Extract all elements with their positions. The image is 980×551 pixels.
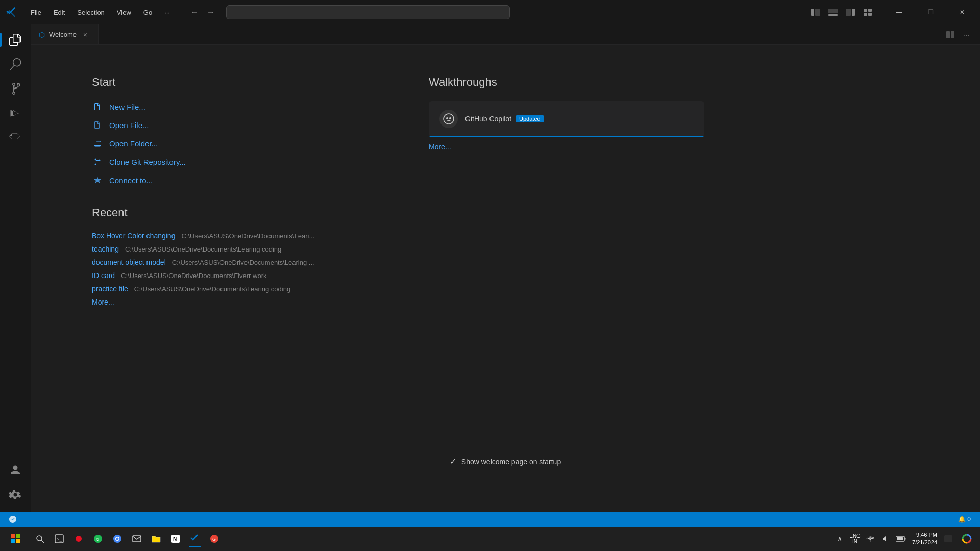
menu-view[interactable]: View	[112, 7, 136, 18]
taskbar: >_ ♫ N G ∧ ENGIN	[0, 527, 980, 551]
open-file-label: Open File...	[109, 121, 149, 130]
open-file-item[interactable]: Open File...	[92, 119, 368, 131]
taskbar-chrome[interactable]	[108, 530, 127, 548]
copilot-avatar	[439, 110, 458, 128]
svg-rect-6	[864, 9, 867, 12]
status-remote[interactable]	[6, 516, 19, 523]
notification-area[interactable]	[941, 532, 955, 546]
clone-git-item[interactable]: Clone Git Repository...	[92, 156, 368, 167]
activity-search[interactable]	[4, 53, 27, 76]
tray-battery[interactable]	[894, 532, 908, 546]
clone-git-icon	[92, 156, 103, 167]
activity-bar	[0, 24, 31, 512]
svg-rect-8	[864, 13, 867, 16]
welcome-page: Start New File... Open File...	[31, 45, 980, 512]
back-button[interactable]: ←	[187, 5, 202, 19]
startup-checkbox-label: Show welcome page on startup	[461, 458, 561, 466]
activity-source-control[interactable]	[4, 78, 27, 100]
taskbar-search[interactable]	[31, 530, 49, 548]
connect-to-item[interactable]: Connect to...	[92, 174, 368, 186]
taskbar-terminal[interactable]: >_	[50, 530, 68, 548]
svg-text:♫: ♫	[95, 537, 99, 542]
status-bar: 🔔 0	[0, 512, 980, 527]
activity-explorer[interactable]	[4, 29, 27, 51]
svg-rect-4	[846, 9, 851, 16]
tab-bar: ⬡ Welcome × ···	[31, 24, 980, 45]
tab-welcome-label: Welcome	[49, 31, 77, 38]
activity-extensions[interactable]	[4, 127, 27, 149]
activity-run[interactable]	[4, 102, 27, 124]
startup-checkbox-icon[interactable]: ✓	[450, 457, 456, 466]
recent-path-2: C:\Users\ASUS\OneDrive\Documents\Learing…	[172, 259, 314, 266]
layout-toggle-grid[interactable]	[861, 5, 875, 19]
layout-toggle-right[interactable]	[843, 5, 857, 19]
start-button[interactable]	[6, 530, 24, 548]
tray-volume[interactable]	[878, 532, 893, 546]
recent-item-0[interactable]: Box Hover Color changing C:\Users\ASUS\O…	[92, 232, 368, 240]
svg-rect-7	[868, 9, 872, 12]
tab-bar-actions: ···	[943, 28, 980, 42]
taskbar-notion[interactable]: N	[166, 530, 185, 548]
github-copilot-card[interactable]: GitHub Copilot Updated	[429, 101, 704, 137]
tray-eng[interactable]: ENGIN	[848, 532, 862, 546]
svg-point-15	[444, 114, 454, 124]
svg-rect-19	[16, 534, 20, 538]
taskbar-explorer[interactable]	[147, 530, 165, 548]
menu-go[interactable]: Go	[138, 7, 157, 18]
welcome-content: Start New File... Open File...	[92, 76, 704, 306]
tab-welcome[interactable]: ⬡ Welcome ×	[31, 24, 99, 44]
tray-colorful[interactable]	[960, 532, 974, 546]
recent-more-link[interactable]: More...	[92, 298, 368, 306]
activity-settings[interactable]	[4, 484, 27, 506]
recent-item-4[interactable]: practice file C:\Users\ASUS\OneDrive\Doc…	[92, 285, 368, 293]
nav-buttons: ← →	[187, 5, 218, 19]
walkthroughs-more-link[interactable]: More...	[429, 143, 704, 151]
new-file-item[interactable]: New File...	[92, 101, 368, 112]
svg-rect-5	[852, 9, 855, 16]
command-palette[interactable]	[226, 5, 510, 19]
recent-item-3[interactable]: ID card C:\Users\ASUS\OneDrive\Documents…	[92, 271, 368, 280]
close-button[interactable]: ✕	[950, 4, 974, 20]
tab-close-button[interactable]: ×	[81, 30, 90, 39]
menu-bar: File Edit Selection View Go ···	[26, 7, 175, 18]
tray-chevron[interactable]: ∧	[832, 532, 847, 546]
svg-point-22	[37, 536, 42, 541]
status-left	[6, 516, 19, 523]
forward-button[interactable]: →	[204, 5, 218, 19]
menu-selection[interactable]: Selection	[72, 7, 109, 18]
menu-edit[interactable]: Edit	[48, 7, 70, 18]
taskbar-record[interactable]	[69, 530, 88, 548]
recent-item-2[interactable]: document object model C:\Users\ASUS\OneD…	[92, 258, 368, 266]
recent-path-0: C:\Users\ASUS\OneDrive\Documents\Leari..…	[181, 232, 314, 240]
more-actions-button[interactable]: ···	[960, 28, 974, 42]
recent-name-1: teaching	[92, 245, 119, 253]
minimize-button[interactable]: —	[887, 4, 911, 20]
copilot-title: GitHub Copilot Updated	[465, 115, 694, 123]
new-file-label: New File...	[109, 103, 145, 111]
status-right: 🔔 0	[955, 516, 974, 523]
maximize-button[interactable]: ❐	[919, 4, 942, 20]
svg-point-26	[76, 536, 82, 542]
status-notifications[interactable]: 🔔 0	[955, 516, 974, 523]
menu-more[interactable]: ···	[159, 7, 175, 18]
taskbar-vscode[interactable]	[186, 530, 204, 548]
recent-section: Recent Box Hover Color changing C:\Users…	[92, 206, 368, 306]
layout-toggle-left[interactable]	[808, 5, 823, 19]
connect-to-icon	[92, 174, 103, 186]
recent-name-2: document object model	[92, 258, 166, 266]
menu-file[interactable]: File	[26, 7, 46, 18]
recent-title: Recent	[92, 206, 368, 219]
recent-item-1[interactable]: teaching C:\Users\ASUS\OneDrive\Document…	[92, 245, 368, 253]
taskbar-chrome2[interactable]: G	[205, 530, 224, 548]
taskbar-spotify[interactable]: ♫	[89, 530, 107, 548]
layout-toggle-bottom[interactable]	[826, 5, 840, 19]
split-editor-button[interactable]	[943, 28, 958, 42]
tray-wifi[interactable]	[863, 532, 877, 546]
main-area: ⬡ Welcome × ··· Start	[0, 24, 980, 512]
open-folder-item[interactable]: Open Folder...	[92, 138, 368, 149]
activity-accounts[interactable]	[4, 459, 27, 482]
recent-path-1: C:\Users\ASUS\OneDrive\Documents\Learing…	[125, 245, 281, 253]
clock[interactable]: 9:46 PM 7/21/2024	[912, 531, 937, 547]
taskbar-mail[interactable]	[128, 530, 146, 548]
title-bar: File Edit Selection View Go ··· ← → — ❐ …	[0, 0, 980, 24]
